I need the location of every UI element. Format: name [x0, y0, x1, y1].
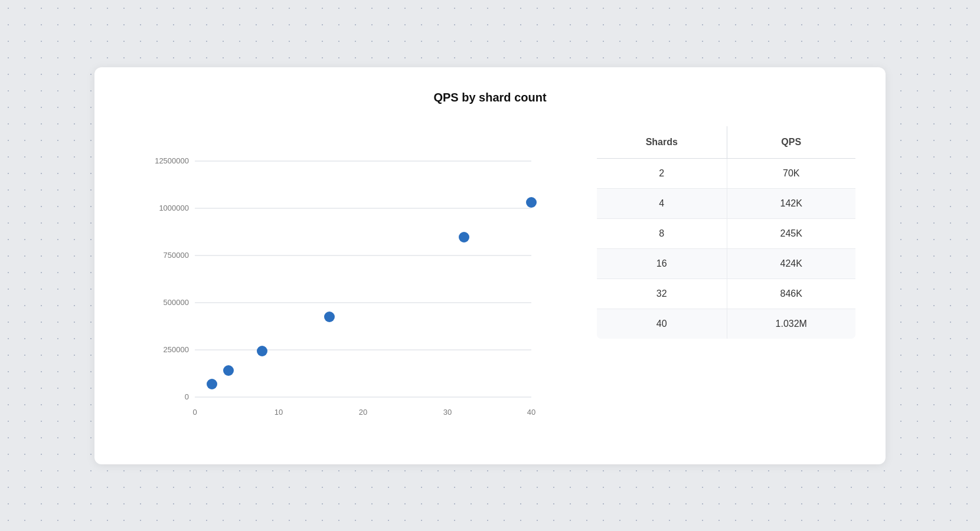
shards-cell: 40	[597, 309, 727, 339]
table-row: 401.032M	[597, 309, 856, 339]
scatter-chart: 0 250000 500000 750000 1000000 12500000 …	[124, 126, 561, 432]
svg-text:40: 40	[527, 408, 535, 417]
data-point-2	[207, 379, 217, 389]
table-row: 16424K	[597, 248, 856, 278]
data-point-8	[257, 346, 267, 356]
qps-cell: 142K	[727, 188, 856, 218]
data-table: Shards QPS 270K4142K8245K16424K32846K401…	[596, 126, 856, 339]
qps-cell: 70K	[727, 158, 856, 188]
svg-text:250000: 250000	[164, 345, 189, 354]
table-row: 32846K	[597, 278, 856, 309]
shards-cell: 2	[597, 158, 727, 188]
shards-cell: 16	[597, 248, 727, 278]
svg-text:10: 10	[275, 408, 283, 417]
data-point-4	[223, 365, 234, 376]
data-point-16	[324, 312, 335, 322]
chart-title: QPS by shard count	[124, 91, 856, 104]
svg-text:750000: 750000	[164, 251, 189, 260]
shards-cell: 8	[597, 218, 727, 248]
svg-text:0: 0	[192, 408, 197, 417]
shards-header: Shards	[597, 126, 727, 158]
chart-area: 0 250000 500000 750000 1000000 12500000 …	[124, 126, 561, 435]
shards-cell: 32	[597, 278, 727, 309]
main-card: QPS by shard count 0 250000 500000	[94, 67, 886, 464]
table-row: 8245K	[597, 218, 856, 248]
qps-cell: 424K	[727, 248, 856, 278]
qps-cell: 245K	[727, 218, 856, 248]
qps-cell: 846K	[727, 278, 856, 309]
qps-header: QPS	[727, 126, 856, 158]
svg-text:1000000: 1000000	[159, 204, 189, 212]
table-row: 4142K	[597, 188, 856, 218]
svg-text:30: 30	[443, 408, 452, 417]
table-area: Shards QPS 270K4142K8245K16424K32846K401…	[596, 126, 856, 339]
svg-text:0: 0	[185, 392, 189, 401]
qps-cell: 1.032M	[727, 309, 856, 339]
table-row: 270K	[597, 158, 856, 188]
data-point-32	[459, 232, 469, 242]
svg-text:20: 20	[359, 408, 367, 417]
content-row: 0 250000 500000 750000 1000000 12500000 …	[124, 126, 856, 435]
table-header-row: Shards QPS	[597, 126, 856, 158]
svg-text:500000: 500000	[164, 298, 189, 307]
shards-cell: 4	[597, 188, 727, 218]
data-point-40	[526, 197, 537, 208]
svg-text:12500000: 12500000	[155, 156, 189, 165]
